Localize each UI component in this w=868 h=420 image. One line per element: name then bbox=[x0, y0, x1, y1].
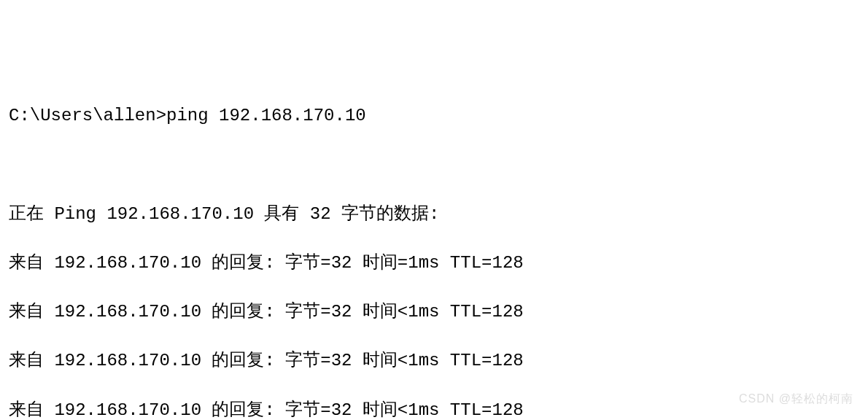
ping-reply: 来自 192.168.170.10 的回复: 字节=32 时间=1ms TTL=… bbox=[9, 251, 859, 276]
ping-reply: 来自 192.168.170.10 的回复: 字节=32 时间<1ms TTL=… bbox=[9, 300, 859, 324]
blank-line bbox=[9, 153, 859, 178]
watermark-text: CSDN @轻松的柯南 bbox=[739, 391, 853, 407]
ping-header: 正在 Ping 192.168.170.10 具有 32 字节的数据: bbox=[9, 202, 859, 227]
cmd-prompt-line[interactable]: C:\Users\allen>ping 192.168.170.10 bbox=[9, 104, 859, 128]
ping-reply: 来自 192.168.170.10 的回复: 字节=32 时间<1ms TTL=… bbox=[9, 349, 859, 373]
ping-reply: 来自 192.168.170.10 的回复: 字节=32 时间<1ms TTL=… bbox=[9, 398, 859, 421]
